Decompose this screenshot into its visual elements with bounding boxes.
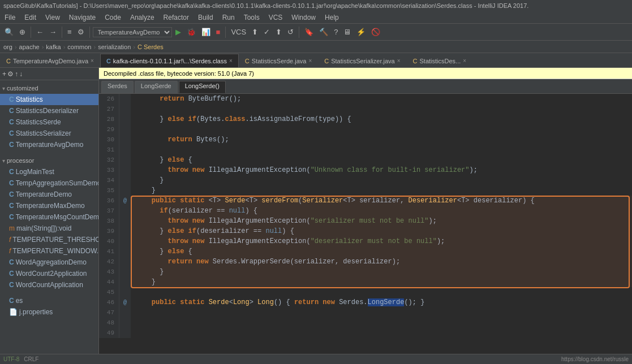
sidebar-item-statistics-deserializer[interactable]: C StatisticsDeserializer <box>0 105 98 116</box>
breadcrumb-org[interactable]: org <box>3 44 12 50</box>
status-bar-info: UTF-8 <box>3 356 19 362</box>
menu-vcs[interactable]: VCS <box>264 12 287 23</box>
line-num-32: 32 <box>99 155 119 165</box>
toolbar-settings-btn[interactable]: ⚙ <box>75 27 87 37</box>
sidebar-item-main-method[interactable]: m main(String[]):void <box>0 223 98 234</box>
tab-serdes-class[interactable]: C kafka-clients-0.10.1.1.jar!\...\Serdes… <box>100 54 239 67</box>
toolbar-cancel-btn[interactable]: 🚫 <box>369 27 382 37</box>
tab-statistics-serde[interactable]: C StatisticsSerde.java × <box>239 54 318 67</box>
breadcrumb-common[interactable]: common <box>67 44 91 50</box>
menu-file[interactable]: File <box>0 12 20 23</box>
menu-tools[interactable]: Tools <box>239 12 264 23</box>
line-gutter-42 <box>119 257 131 267</box>
tab-label-2: kafka-clients-0.10.1.1.jar!\...\Serdes.c… <box>113 58 227 64</box>
sidebar-item-temp-avg-demo[interactable]: C TemperatureAvgDemo <box>0 139 98 150</box>
class-icon-temp-agg: C <box>9 179 14 187</box>
breadcrumb-apache[interactable]: apache <box>19 44 40 50</box>
tab-close-1[interactable]: × <box>91 58 94 64</box>
breadcrumb-serdes[interactable]: C Serdes <box>137 44 164 50</box>
line-num-31: 31 <box>99 145 119 155</box>
toolbar-power-btn[interactable]: ⚡ <box>354 27 368 37</box>
sidebar-expand-btn[interactable]: ↑ <box>15 70 18 78</box>
toolbar-bookmark-btn[interactable]: 🔖 <box>302 27 316 37</box>
sidebar-item-statistics[interactable]: C Statistics <box>0 94 98 105</box>
code-area[interactable]: 26 return ByteBuffer(); 27 28 } else if(… <box>99 94 632 364</box>
code-line-44: 44 } <box>99 277 632 287</box>
toolbar-debug-btn[interactable]: 🐞 <box>184 27 198 37</box>
method-tab-longserde[interactable]: LongSerde <box>135 81 178 93</box>
sidebar-item-temp-window[interactable]: f TEMPERATURE_WINDOW... <box>0 245 98 257</box>
sidebar-item-properties[interactable]: 📄 j.properties <box>0 306 98 318</box>
sidebar-label-stat-serial: StatisticsSerializer <box>16 129 71 137</box>
sidebar-item-temp-agg[interactable]: C TempAggregationSumDemo <box>0 177 98 189</box>
line-gutter-44 <box>119 277 131 287</box>
menu-run[interactable]: Run <box>218 12 239 23</box>
class-icon-temp-avg: C <box>9 141 14 149</box>
sidebar-item-temp-msg[interactable]: C TemperatureMsgCountDemo <box>0 211 98 223</box>
toolbar-stop-btn[interactable]: ■ <box>214 27 223 37</box>
tab-close-5[interactable]: × <box>463 58 466 64</box>
run-config-select[interactable]: TemperatureAvgDemo <box>93 27 172 37</box>
toolbar-back-btn[interactable]: ← <box>34 27 46 37</box>
toolbar-list-btn[interactable]: ≡ <box>65 27 74 37</box>
sidebar-item-temp-max[interactable]: C TemperatureMaxDemo <box>0 200 98 211</box>
toolbar-build2-btn[interactable]: 🔨 <box>317 27 330 37</box>
code-line-49: 49 <box>99 328 632 338</box>
title-bar: spaceGitub\KafkaTutorials] - D:\Users\ma… <box>0 0 632 11</box>
tab-statistics-serializer[interactable]: C StatisticsSerializer.java × <box>318 54 406 67</box>
line-content-47 <box>131 307 632 318</box>
section-icon-customized: ▾ <box>2 85 5 92</box>
sidebar-item-statistics-serde[interactable]: C StatisticsSerde <box>0 116 98 128</box>
line-content-43: } <box>131 267 632 277</box>
menu-code[interactable]: Code <box>100 12 126 23</box>
toolbar-search-btn[interactable]: 🔍 <box>2 27 16 37</box>
toolbar-revert-btn[interactable]: ↺ <box>285 27 296 37</box>
sidebar-item-log-main[interactable]: C LogMainTest <box>0 166 98 177</box>
tab-close-4[interactable]: × <box>397 58 401 64</box>
tab-temperature-avg-demo[interactable]: C TemperatureAvgDemo.java × <box>0 54 100 67</box>
menu-analyze[interactable]: Analyze <box>126 12 159 23</box>
line-gutter-41 <box>119 246 131 257</box>
sidebar-add-btn[interactable]: + <box>2 70 6 78</box>
sidebar-item-temperature-demo[interactable]: C TemperatureDemo <box>0 189 98 200</box>
sidebar-label-window: TEMPERATURE_WINDOW... <box>12 247 99 255</box>
menu-window[interactable]: Window <box>287 12 320 23</box>
toolbar-run-btn[interactable]: ▶ <box>173 27 183 37</box>
sidebar-label-temp-demo: TemperatureDemo <box>16 190 72 198</box>
sidebar-item-temp-thresh[interactable]: f TEMPERATURE_THRESHO... <box>0 234 98 245</box>
tab-statistics-des[interactable]: C StatisticsDes... × <box>407 54 473 67</box>
tab-close-3[interactable]: × <box>308 58 312 64</box>
sidebar-item-es[interactable]: C es <box>0 295 98 306</box>
menu-help[interactable]: Help <box>320 12 343 23</box>
toolbar-forward-btn[interactable]: → <box>47 27 59 37</box>
breadcrumb-kafka[interactable]: kafka <box>46 44 61 50</box>
sidebar-item-word-count2[interactable]: C WordCount2Application <box>0 268 98 279</box>
status-bar-url: https://blog.csdn.net/russle <box>561 356 629 362</box>
method-tab-serdes[interactable]: Serdes <box>101 81 134 93</box>
menu-navigate[interactable]: Navigate <box>65 12 100 23</box>
toolbar-push-btn[interactable]: ⬆ <box>273 27 284 37</box>
sidebar-label-properties: j.properties <box>19 308 53 316</box>
toolbar-update-btn[interactable]: ⬆ <box>250 27 260 37</box>
sidebar-item-word-agg[interactable]: C WordAggregationDemo <box>0 257 98 268</box>
menu-refactor[interactable]: Refactor <box>159 12 194 23</box>
menu-view[interactable]: View <box>41 12 65 23</box>
toolbar-help-btn[interactable]: ? <box>332 27 340 37</box>
method-tab-longserde-constructor[interactable]: LongSerde() <box>179 81 226 93</box>
breadcrumb-serialization[interactable]: serialization <box>98 44 131 50</box>
line-content-34: } <box>131 175 632 185</box>
toolbar-terminal-btn[interactable]: 🖥 <box>341 27 353 37</box>
toolbar-coverage-btn[interactable]: 📊 <box>199 27 213 37</box>
line-num-38: 38 <box>99 216 119 226</box>
toolbar-vcs-btn[interactable]: VCS <box>229 27 248 37</box>
sidebar-item-word-count[interactable]: C WordCountApplication <box>0 279 98 291</box>
tab-close-2[interactable]: × <box>229 58 233 64</box>
menu-build[interactable]: Build <box>194 12 218 23</box>
sidebar-item-statistics-serializer[interactable]: C StatisticsSerializer <box>0 128 98 139</box>
toolbar-search2-btn[interactable]: ⊕ <box>17 27 28 37</box>
line-content-41: } else { <box>131 246 632 257</box>
sidebar-collapse-btn[interactable]: ↓ <box>19 70 23 78</box>
sidebar-settings-btn[interactable]: ⚙ <box>7 70 14 78</box>
toolbar-commit-btn[interactable]: ✓ <box>261 27 272 37</box>
menu-edit[interactable]: Edit <box>20 12 41 23</box>
